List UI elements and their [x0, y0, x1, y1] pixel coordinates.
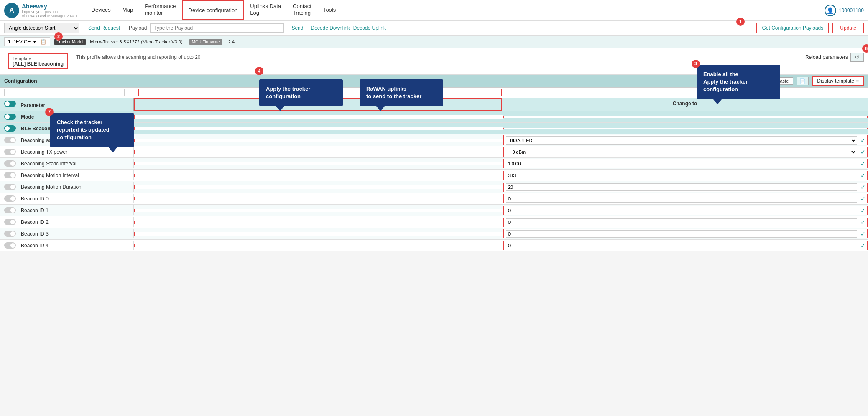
table-row: Beacon ID 3 ✓ — [0, 228, 868, 240]
check-icon: ✓ — [860, 149, 865, 155]
changeto-cell[interactable]: ✓ — [503, 194, 868, 203]
changeto-input[interactable] — [506, 195, 857, 203]
param-toggle[interactable] — [4, 219, 16, 225]
param-search[interactable] — [4, 89, 125, 96]
mcu-firmware-value: 2.4 — [228, 39, 235, 44]
changeto-cell[interactable]: ✓ — [503, 171, 868, 180]
send-button[interactable]: Send — [287, 24, 307, 32]
changeto-cell[interactable]: ✓ — [503, 183, 868, 192]
changeto-cell — [503, 128, 868, 129]
user-area: 👤 100001180 — [825, 5, 864, 16]
param-cell: Beacon ID 4 — [0, 241, 134, 250]
param-toggle[interactable] — [4, 195, 16, 202]
group-toggle[interactable] — [4, 125, 16, 132]
changeto-cell[interactable]: ✓ — [503, 206, 868, 215]
col-changeto-header: Change to — [502, 98, 868, 111]
config-label: Configuration — [4, 78, 138, 84]
current-cell — [134, 232, 503, 236]
changeto-cell[interactable]: DISABLED✓ — [503, 135, 868, 145]
param-cell: Beacon ID 3 — [0, 229, 134, 238]
current-cell — [134, 127, 503, 130]
decode-uplink-button[interactable]: Decode Uplink — [353, 25, 386, 31]
changeto-input[interactable] — [506, 230, 857, 238]
user-icon: 👤 — [825, 5, 836, 16]
current-cell — [134, 162, 503, 165]
logo-tagline: Improve your position — [22, 10, 77, 14]
paste-icon-button[interactable]: 📄 — [797, 77, 809, 85]
check-icon: ✓ — [860, 195, 865, 202]
tooltip-5: RaWAN uplinksto send to the tracker — [360, 79, 443, 106]
param-cell: Beaconing Motion Duration — [0, 182, 134, 192]
template-label: Template — [13, 56, 64, 61]
display-template-button[interactable]: Display template ≡ — [812, 76, 864, 86]
logo: A Abeeway Improve your position Abeeway … — [4, 3, 77, 18]
param-toggle[interactable] — [4, 242, 16, 249]
changeto-cell — [503, 116, 868, 118]
get-config-button[interactable]: Get Configuration Payloads — [756, 23, 830, 33]
changeto-select[interactable]: DISABLED — [506, 136, 857, 145]
param-toggle[interactable] — [4, 184, 16, 190]
reload-button[interactable]: ↺ — [850, 53, 864, 62]
badge-7: 7 — [45, 108, 54, 116]
tooltip-4-arrow — [276, 106, 284, 111]
changeto-input[interactable] — [506, 207, 857, 214]
payload-input[interactable] — [150, 23, 284, 33]
param-toggle[interactable] — [4, 137, 16, 143]
param-cell: Beaconing Static Interval — [0, 159, 134, 168]
table-row: Beaconing Motion Interval ✓ — [0, 170, 868, 181]
list-icon: ≡ — [856, 78, 859, 84]
badge-3: 3 — [692, 60, 700, 68]
app-version: Abeeway Device Manager 2.40.1 — [22, 14, 77, 18]
changeto-filter — [502, 89, 864, 96]
tooltip-4: Apply the trackerconfiguration — [259, 79, 343, 106]
param-cell: Beacon ID 0 — [0, 194, 134, 203]
param-toggle[interactable] — [4, 207, 16, 213]
command-toolbar: Angle detection Start Send Request Paylo… — [0, 21, 868, 36]
device-icon[interactable]: 📋 — [40, 39, 46, 45]
param-toggle[interactable] — [4, 231, 16, 237]
tooltip-3-arrow — [713, 99, 722, 104]
changeto-input[interactable] — [506, 183, 857, 191]
param-cell: Beaconing Motion Interval — [0, 170, 134, 180]
changeto-select[interactable]: +0 dBm — [506, 148, 857, 156]
changeto-input[interactable] — [506, 160, 857, 167]
current-cell — [134, 244, 503, 247]
nav-performance[interactable]: Performancemonitor — [139, 0, 181, 23]
command-select[interactable]: Angle detection Start — [4, 23, 79, 33]
changeto-cell[interactable]: ✓ — [503, 229, 868, 238]
changeto-input[interactable] — [506, 242, 857, 249]
nav-map[interactable]: Map — [117, 1, 139, 20]
current-cell — [134, 209, 503, 212]
changeto-input[interactable] — [506, 172, 857, 179]
nav-devices[interactable]: Devices — [86, 1, 117, 20]
nav-device-configuration[interactable]: Device configuration — [182, 0, 245, 20]
param-toggle[interactable] — [4, 172, 16, 178]
nav-contact-tracing[interactable]: ContactTracing — [287, 0, 317, 23]
update-button[interactable]: Update — [832, 23, 864, 33]
tooltip-7-arrow — [109, 147, 117, 152]
nav-tools[interactable]: Tools — [317, 1, 342, 20]
param-toggle[interactable] — [4, 160, 16, 167]
table-row: Beaconing TX power +0 dBm✓ — [0, 146, 868, 158]
current-cell — [134, 174, 503, 177]
nav-uplinks[interactable]: Uplinks DataLog — [244, 0, 287, 23]
changeto-cell[interactable]: +0 dBm✓ — [503, 147, 868, 157]
group-toggle[interactable] — [4, 114, 16, 120]
changeto-cell[interactable]: ✓ — [503, 218, 868, 227]
changeto-cell[interactable]: ✓ — [503, 241, 868, 250]
changeto-cell[interactable]: ✓ — [503, 159, 868, 168]
param-toggle-all[interactable] — [4, 101, 16, 107]
template-selector: Template [ALL] BLE beaconing — [8, 53, 68, 69]
tooltip-5-arrow — [376, 106, 385, 111]
table-row: Beaconing Static Interval ✓ — [0, 158, 868, 170]
dropdown-icon[interactable]: ▼ — [33, 40, 37, 44]
decode-downlink-button[interactable]: Decode Downlink — [311, 25, 350, 31]
payload-label: Payload — [129, 25, 147, 31]
main-nav: Devices Map Performancemonitor Device co… — [86, 0, 342, 23]
changeto-input[interactable] — [506, 218, 857, 226]
check-icon: ✓ — [860, 160, 865, 167]
param-toggle[interactable] — [4, 149, 16, 155]
send-request-button[interactable]: Send Request — [83, 23, 125, 33]
current-cell — [134, 197, 503, 200]
logo-brand: Abeeway — [22, 3, 77, 10]
